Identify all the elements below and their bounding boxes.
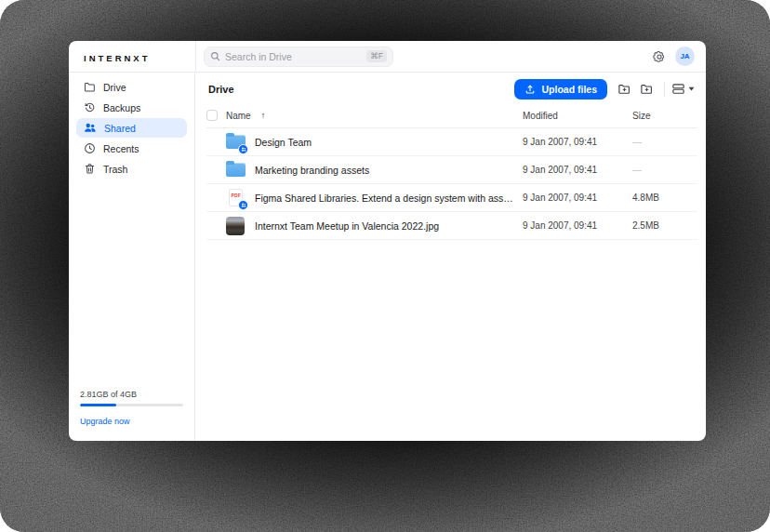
file-size: 4.8MB (632, 193, 697, 203)
file-modified: 9 Jan 2007, 09:41 (523, 220, 632, 231)
table-row[interactable]: PDF Figma Shared Libraries. Extend a des… (206, 184, 697, 212)
file-name: Marketing branding assets (255, 165, 378, 176)
sidebar-item-label: Recents (103, 143, 139, 154)
backup-clock-icon (84, 101, 96, 113)
sidebar-item-drive[interactable]: Drive (76, 77, 187, 97)
sidebar-item-trash[interactable]: Trash (76, 159, 187, 179)
upload-button-label: Upload files (541, 84, 597, 95)
toolbar-divider (664, 82, 665, 97)
sidebar-item-backups[interactable]: Backups (76, 98, 187, 117)
column-header-size[interactable]: Size (632, 111, 697, 121)
search-box[interactable]: ⌘F (204, 47, 393, 67)
select-all-checkbox[interactable] (206, 110, 218, 121)
upload-icon (524, 84, 536, 95)
file-size: 2.5MB (632, 220, 697, 231)
folder-icon (225, 161, 246, 180)
view-mode-toggle[interactable] (671, 82, 695, 96)
settings-gear-icon[interactable] (653, 50, 666, 63)
toolbar-actions: Upload files (514, 79, 695, 100)
user-avatar[interactable]: JA (675, 47, 695, 66)
users-icon (84, 122, 97, 134)
file-name: Figma Shared Libraries. Extend a design … (255, 193, 523, 204)
upgrade-now-link[interactable]: Upgrade now (80, 417, 183, 426)
list-view-icon (671, 82, 685, 96)
screenshot-stage: INTERNXT ⌘F J (0, 0, 770, 532)
upload-folder-button[interactable] (613, 79, 635, 100)
table-row[interactable]: Design Team 9 Jan 2007, 09:41 — (206, 128, 697, 156)
internxt-logo: INTERNXT (84, 53, 151, 63)
folder-icon (84, 81, 96, 93)
column-header-name[interactable]: Name (226, 111, 251, 121)
toolbar: Drive Upload files (195, 74, 706, 103)
sidebar-item-recents[interactable]: Recents (76, 139, 187, 158)
table-row[interactable]: Marketing branding assets 9 Jan 2007, 09… (206, 156, 697, 184)
top-bar-main: ⌘F JA (195, 41, 706, 72)
storage-section: 2.81GB of 4GB Upgrade now (69, 390, 194, 442)
table-row[interactable]: Internxt Team Meetup in Valencia 2022.jp… (206, 212, 697, 240)
shared-badge-icon (238, 144, 248, 154)
pdf-file-icon: PDF (225, 189, 246, 207)
top-bar-right: JA (653, 47, 695, 66)
file-name: Internxt Team Meetup in Valencia 2022.jp… (255, 220, 448, 232)
main-panel: Drive Upload files (195, 73, 706, 441)
sidebar-item-label: Trash (103, 164, 127, 175)
file-size: — (632, 165, 697, 175)
sidebar-item-shared[interactable]: Shared (76, 118, 187, 138)
file-modified: 9 Jan 2007, 09:41 (523, 165, 632, 175)
logo-zone: INTERNXT (69, 48, 195, 65)
file-name: Design Team (255, 137, 321, 148)
internxt-drive-window: INTERNXT ⌘F J (69, 41, 706, 441)
sidebar-item-label: Drive (103, 82, 126, 93)
file-modified: 9 Jan 2007, 09:41 (523, 137, 632, 147)
sidebar-item-label: Backups (103, 102, 140, 113)
shared-badge-icon (238, 200, 248, 210)
clock-icon (84, 142, 96, 154)
storage-usage-label: 2.81GB of 4GB (80, 390, 183, 399)
file-size: — (632, 137, 697, 147)
search-input[interactable] (225, 51, 366, 62)
search-icon (210, 51, 220, 61)
storage-progress-bar (80, 404, 183, 407)
column-header-modified[interactable]: Modified (523, 111, 632, 121)
image-thumbnail (225, 217, 246, 235)
sidebar: Drive Backups (69, 73, 195, 441)
body-zone: Drive Backups (69, 73, 706, 441)
file-table: Name ↑ Modified Size (195, 103, 706, 441)
table-header-row: Name ↑ Modified Size (206, 103, 697, 128)
search-shortcut-badge: ⌘F (366, 50, 387, 62)
upload-files-button[interactable]: Upload files (514, 79, 607, 100)
top-bar: INTERNXT ⌘F J (69, 41, 706, 73)
sidebar-item-label: Shared (104, 123, 136, 134)
new-folder-button[interactable] (635, 79, 657, 100)
caret-down-icon (688, 86, 695, 91)
trash-icon (84, 163, 96, 175)
folder-icon (225, 133, 246, 152)
folder-actions (613, 79, 657, 100)
file-modified: 9 Jan 2007, 09:41 (523, 193, 632, 203)
sort-ascending-arrow: ↑ (261, 111, 266, 120)
breadcrumb[interactable]: Drive (208, 84, 234, 95)
storage-progress-fill (80, 404, 116, 407)
